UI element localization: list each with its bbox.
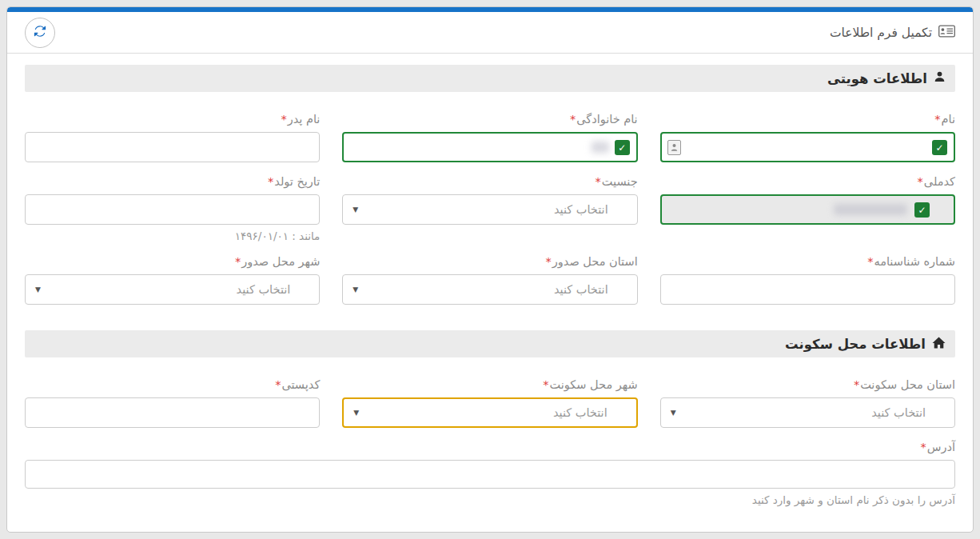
page-title: تکمیل فرم اطلاعات <box>830 25 955 41</box>
field-issue-city: شهر محل صدور* انتخاب کنید ▼ <box>25 254 320 305</box>
gender-select[interactable]: انتخاب کنید ▼ <box>342 194 637 225</box>
form-card: تکمیل فرم اطلاعات اطلاعات هویتی <box>6 6 974 533</box>
chevron-down-icon: ▼ <box>353 399 359 426</box>
field-first-name: نام* ✓ <box>660 111 955 162</box>
residence-province-select-value: انتخاب کنید <box>871 398 926 427</box>
home-icon <box>932 337 946 352</box>
birth-cert-no-label: شماره شناسنامه* <box>660 254 955 270</box>
refresh-button[interactable] <box>25 18 55 48</box>
first-name-input[interactable] <box>660 132 955 162</box>
redacted-last-name-value <box>592 142 609 153</box>
residence-city-label: شهر محل سکونت* <box>342 377 637 393</box>
national-code-input[interactable] <box>660 194 955 225</box>
issue-city-select[interactable]: انتخاب کنید ▼ <box>25 274 320 305</box>
father-name-input[interactable] <box>25 132 320 162</box>
section-residence-title: اطلاعات محل سکونت <box>785 337 926 352</box>
required-mark: * <box>921 441 926 453</box>
required-mark: * <box>281 113 286 126</box>
required-mark: * <box>596 175 601 188</box>
chevron-down-icon: ▼ <box>353 195 358 224</box>
issue-province-select-value: انتخاب کنید <box>554 275 608 304</box>
section-identity-title: اطلاعات هویتی <box>827 71 927 86</box>
field-birth-cert-no: شماره شناسنامه* <box>660 254 955 305</box>
issue-province-label: استان محل صدور* <box>342 254 637 270</box>
required-mark: * <box>934 113 940 126</box>
gender-label: جنسیت* <box>342 174 637 190</box>
required-mark: * <box>918 175 923 188</box>
id-card-icon <box>938 25 955 41</box>
card-body: اطلاعات هویتی نام* ✓ <box>7 54 973 519</box>
birth-date-input[interactable] <box>25 194 320 225</box>
chevron-down-icon: ▼ <box>35 275 41 304</box>
required-mark: * <box>570 113 576 126</box>
field-issue-province: استان محل صدور* انتخاب کنید ▼ <box>342 254 637 305</box>
field-residence-province: استان محل سکونت* انتخاب کنید ▼ <box>660 377 955 428</box>
required-mark: * <box>546 255 552 268</box>
field-residence-city: شهر محل سکونت* انتخاب کنید ▼ <box>342 377 637 428</box>
field-father-name: نام پدر* <box>25 111 320 162</box>
required-mark: * <box>867 255 873 268</box>
residence-city-select[interactable]: انتخاب کنید ▼ <box>342 397 637 428</box>
address-label: آدرس* <box>25 439 955 455</box>
first-name-label: نام* <box>660 111 955 127</box>
person-icon <box>934 70 946 86</box>
last-name-label: نام خانوادگی* <box>342 111 637 127</box>
address-input[interactable] <box>25 460 955 489</box>
issue-city-select-value: انتخاب کنید <box>237 275 291 304</box>
chevron-down-icon: ▼ <box>671 398 676 427</box>
residence-city-select-value: انتخاب کنید <box>553 399 608 426</box>
address-hint: آدرس را بدون ذکر نام استان و شهر وارد کن… <box>25 493 955 506</box>
autofill-contact-icon <box>667 140 681 155</box>
residence-grid: استان محل سکونت* انتخاب کنید ▼ شهر محل س… <box>25 377 955 506</box>
section-identity-header: اطلاعات هویتی <box>25 65 955 92</box>
required-mark: * <box>235 255 241 268</box>
chevron-down-icon: ▼ <box>353 275 358 304</box>
residence-province-label: استان محل سکونت* <box>660 377 955 393</box>
national-code-label: کدملی* <box>660 174 955 190</box>
field-postal-code: کدپستی* <box>25 377 320 428</box>
birth-cert-no-input[interactable] <box>660 274 955 305</box>
required-mark: * <box>268 175 273 188</box>
residence-province-select[interactable]: انتخاب کنید ▼ <box>660 397 955 428</box>
section-residence-header: اطلاعات محل سکونت <box>25 330 955 357</box>
required-mark: * <box>854 378 859 391</box>
check-icon: ✓ <box>615 140 630 155</box>
page-title-text: تکمیل فرم اطلاعات <box>830 26 932 40</box>
check-icon: ✓ <box>914 202 930 218</box>
field-address: آدرس* آدرس را بدون ذکر نام استان و شهر و… <box>25 439 955 506</box>
identity-grid: نام* ✓ نام خانوادگی* <box>25 111 955 305</box>
field-last-name: نام خانوادگی* ✓ <box>342 111 637 162</box>
father-name-label: نام پدر* <box>25 111 320 127</box>
check-icon: ✓ <box>932 140 947 155</box>
field-gender: جنسیت* انتخاب کنید ▼ <box>342 174 637 242</box>
postal-code-input[interactable] <box>25 397 320 428</box>
field-birth-date: تاریخ تولد* مانند : ۱۴۹۶/۰۱/۰۱ <box>25 174 320 242</box>
required-mark: * <box>543 378 548 391</box>
field-national-code: کدملی* ✓ <box>660 174 955 242</box>
postal-code-label: کدپستی* <box>25 377 320 393</box>
refresh-icon <box>33 24 47 41</box>
issue-province-select[interactable]: انتخاب کنید ▼ <box>342 274 637 305</box>
card-header: تکمیل فرم اطلاعات <box>7 12 973 54</box>
required-mark: * <box>275 378 281 391</box>
birth-date-hint: مانند : ۱۴۹۶/۰۱/۰۱ <box>25 230 320 242</box>
birth-date-label: تاریخ تولد* <box>25 174 320 190</box>
gender-select-value: انتخاب کنید <box>554 195 608 224</box>
redacted-national-code-value <box>834 204 907 215</box>
issue-city-label: شهر محل صدور* <box>25 254 320 270</box>
